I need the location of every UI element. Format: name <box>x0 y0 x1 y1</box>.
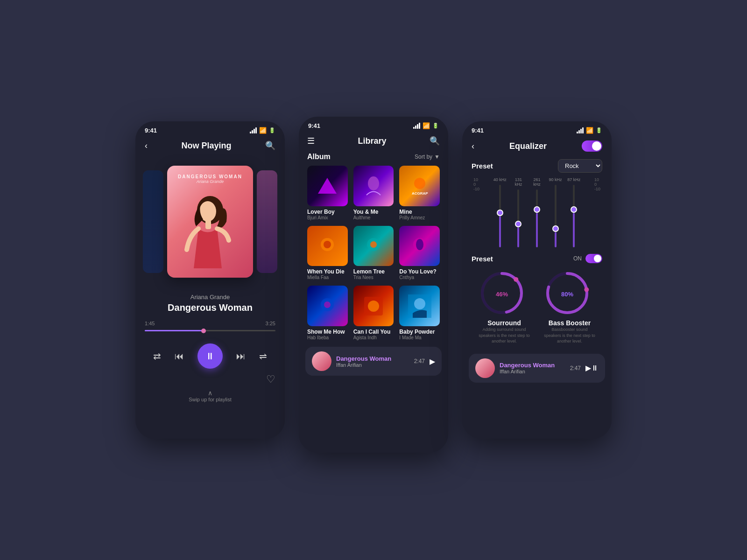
eq-handle-90khz[interactable] <box>552 225 559 232</box>
album-thumb-whenyoudie <box>307 226 348 266</box>
eq-handle-87khz[interactable] <box>571 206 577 213</box>
next-button[interactable]: ⏭ <box>236 351 246 362</box>
battery-icon-1: 🔋 <box>269 127 275 133</box>
phone-library: 9:41 📶 🔋 ☰ Library 🔍 Album Sort by ▼ <box>299 117 448 453</box>
eq-sliders: 40 kHz 131 kHz 261 kHz <box>485 177 589 247</box>
eq-handle-40khz[interactable] <box>497 210 503 216</box>
album-artist-whenyoudie: Miella Faa <box>307 275 348 280</box>
album-name-babypowder: Baby Powder <box>399 329 440 335</box>
bass-booster-knob-item: 80% Bass Booster Bassbooster sound speak… <box>544 270 595 344</box>
status-bar-3: 9:41 📶 🔋 <box>462 121 612 137</box>
bass-unit: % <box>568 291 573 298</box>
album-item-whenyoudie[interactable]: When You Die Miella Faa <box>307 226 348 280</box>
album-text-overlay: DANGEROUS WOMAN Ariana Grande <box>167 174 253 184</box>
eq-band-40khz: 40 kHz <box>493 177 507 247</box>
back-button[interactable]: ‹ <box>145 141 148 151</box>
album-name-mine: Mine <box>399 209 440 215</box>
babypowder-art <box>408 294 431 318</box>
album-thumb-showmehow <box>307 286 348 326</box>
menu-button[interactable]: ☰ <box>307 136 315 146</box>
youme-art <box>364 174 383 197</box>
album-thumb-loverboy <box>307 166 348 206</box>
doyoulove-art <box>408 234 431 258</box>
svg-rect-2 <box>205 220 211 229</box>
surround-knob[interactable]: 46% <box>479 270 525 316</box>
mini-player-equalizer[interactable]: Dangerous Woman Iffan Arifian 2:47 ▶⏸ <box>469 354 605 383</box>
svg-text:ACGRAP: ACGRAP <box>412 191 428 196</box>
svg-point-9 <box>370 241 377 248</box>
progress-bar[interactable] <box>145 330 275 331</box>
repeat-button[interactable]: ⇄ <box>153 350 161 362</box>
svg-point-4 <box>414 178 425 189</box>
eq-handle-131khz[interactable] <box>515 221 521 227</box>
signal-icon-2 <box>413 123 420 129</box>
preset-toggle-switch[interactable] <box>585 254 602 263</box>
like-button[interactable]: ♡ <box>266 373 275 385</box>
surround-name: Sourround <box>479 319 530 327</box>
album-artist-mine: Prilly Amnez <box>399 215 440 220</box>
prev-button[interactable]: ⏮ <box>175 351 184 362</box>
eq-back-button[interactable]: ‹ <box>472 141 474 151</box>
preset-row: Preset Rock Pop Jazz Classical <box>462 157 612 177</box>
time-duration: 3:25 <box>266 321 275 326</box>
time-labels: 1:45 3:25 <box>145 321 275 326</box>
library-search-button[interactable]: 🔍 <box>430 136 440 146</box>
album-item-canicall[interactable]: Can I Call You Agista Indh <box>353 286 394 340</box>
album-item-babypowder[interactable]: Baby Powder I Made Ma <box>399 286 440 340</box>
album-item-doyoulove[interactable]: Do You Love? Cnthya <box>399 226 440 280</box>
mini-player-library[interactable]: Dangerous Woman Iffan Arifian 2:47 ▶ <box>305 347 442 376</box>
svg-point-17 <box>414 298 425 309</box>
album-thumb-lemontree <box>353 226 394 266</box>
pause-button[interactable]: ⏸ <box>197 343 223 369</box>
library-title: Library <box>358 136 386 146</box>
track-artist: Ariana Grande <box>145 294 275 301</box>
eq-mini-player-title: Dangerous Woman <box>500 362 565 369</box>
bass-booster-knob[interactable]: 80% <box>544 270 591 316</box>
eq-mini-play-button[interactable]: ▶⏸ <box>585 364 599 372</box>
eq-handle-261khz[interactable] <box>534 206 540 213</box>
lemontree-art <box>362 234 385 258</box>
album-artist-lemontree: Tria Nees <box>353 275 394 280</box>
shuffle-button[interactable]: ⇌ <box>259 350 267 362</box>
eq-mini-album-art <box>475 358 495 378</box>
sort-arrow-icon: ▼ <box>434 154 440 160</box>
eq-value-labels: 10 0 -10 <box>470 177 483 191</box>
preset-dropdown[interactable]: Rock Pop Jazz Classical <box>558 159 602 173</box>
mini-play-button[interactable]: ▶ <box>430 357 435 366</box>
svg-point-15 <box>368 301 379 312</box>
album-artist-canicall: Agista Indh <box>353 335 394 340</box>
album-name-canicall: Can I Call You <box>353 329 394 335</box>
time-elapsed: 1:45 <box>145 321 155 326</box>
knobs-row: 46% Sourround Adding surround sound spea… <box>472 270 602 344</box>
preset-on-toggle: ON <box>573 254 602 263</box>
equalizer-toggle[interactable] <box>582 140 602 152</box>
album-side-right <box>257 170 277 273</box>
mini-player-artist: Iffan Arifian <box>336 362 409 368</box>
album-item-showmehow[interactable]: Show Me How Hab Ibeba <box>307 286 348 340</box>
album-item-lemontree[interactable]: Lemon Tree Tria Nees <box>353 226 394 280</box>
wifi-icon-3: 📶 <box>586 127 593 134</box>
mini-player-time: 2:47 <box>414 358 425 364</box>
album-artist-youme: Aulthme <box>353 215 394 220</box>
album-art-main: DANGEROUS WOMAN Ariana Grande <box>167 166 253 278</box>
signal-icon-1 <box>250 127 257 133</box>
surround-value: 46% <box>496 287 508 299</box>
progress-handle[interactable] <box>201 329 206 333</box>
progress-container: 1:45 3:25 <box>135 317 285 339</box>
canicall-art <box>362 294 385 318</box>
preset-on-label: ON <box>573 255 582 262</box>
album-name-whenyoudie: When You Die <box>307 268 348 275</box>
status-time-2: 9:41 <box>308 122 320 129</box>
search-button[interactable]: 🔍 <box>265 140 275 151</box>
album-artist-babypowder: I Made Ma <box>399 335 440 340</box>
album-name-youme: You & Me <box>353 209 394 215</box>
album-item-loverboy[interactable]: Lover Boy Bjuri Amix <box>307 166 348 220</box>
album-item-mine[interactable]: ACGRAP Mine Prilly Amnez <box>399 166 440 220</box>
bass-desc: Bassbooster sound speakers is the next s… <box>544 327 595 344</box>
album-item-youme[interactable]: You & Me Aulthme <box>353 166 394 220</box>
eq-mini-player-time: 2:47 <box>570 365 581 371</box>
surround-unit: % <box>502 291 508 298</box>
sort-by-control[interactable]: Sort by ▼ <box>415 154 440 160</box>
eq-mini-album-image <box>475 358 495 378</box>
phone-equalizer: 9:41 📶 🔋 ‹ Equalizer Preset Rock Pop Jaz… <box>462 121 612 439</box>
